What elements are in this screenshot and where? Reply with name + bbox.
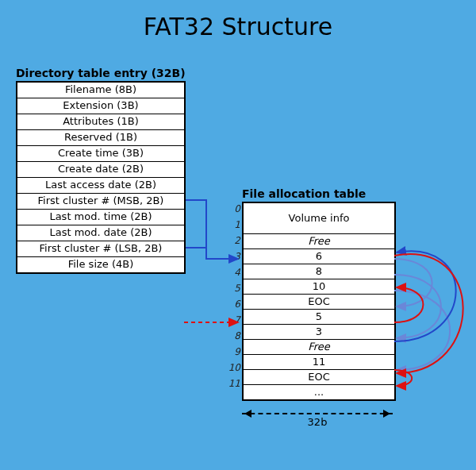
dir-field: Last mod. time (2B): [17, 209, 184, 225]
fat-index: 1: [228, 219, 240, 230]
fat-row: 8: [244, 264, 394, 279]
dir-field: Last mod. date (2B): [17, 225, 184, 241]
fat-heading: File allocation table: [223, 187, 393, 200]
arrow-red-10-11: [394, 370, 412, 386]
fat-row: EOC: [244, 369, 394, 384]
dir-field: File size (4B): [17, 256, 184, 272]
fat-row: Free: [244, 233, 394, 248]
fat-row: EOC: [244, 294, 394, 309]
dir-field: Attributes (1B): [17, 114, 184, 129]
fat-index: 11: [228, 378, 240, 389]
arrow-blue-5-10: [394, 291, 450, 370]
fat-row: 10: [244, 279, 394, 294]
dir-field-first-cluster-lsb: First cluster # (LSB, 2B): [17, 241, 184, 256]
fat-index: 5: [228, 283, 240, 294]
fat-row-volume-info: Volume info: [244, 203, 394, 233]
fat-row: 11: [244, 354, 394, 369]
fat-width-indicator: 32b: [242, 413, 393, 428]
fat-width-label: 32b: [242, 416, 393, 428]
fat-index: 0: [228, 203, 240, 214]
arrow-red-7-5: [394, 287, 423, 322]
fat-index: 3: [228, 251, 240, 262]
dir-field: Create time (3B): [17, 145, 184, 161]
fat-index: 9: [228, 346, 240, 357]
dir-field: Extension (3B): [17, 98, 184, 114]
fat-index: 7: [228, 314, 240, 326]
fat-index: 2: [228, 235, 240, 246]
fat-row: 3: [244, 324, 394, 339]
arrow-blue-8-3: [394, 251, 456, 341]
directory-table: Directory table entry (32B) Filename (8B…: [16, 67, 186, 274]
dir-field-first-cluster-msb: First cluster # (MSB, 2B): [17, 193, 184, 209]
fat-row: 6: [244, 248, 394, 264]
directory-fields: Filename (8B) Extension (3B) Attributes …: [16, 81, 186, 274]
fat-table: File allocation table 0 1 2 3 4 5 6 7 8 …: [223, 187, 393, 401]
dir-field: Filename (8B): [17, 83, 184, 98]
fat-index: 10: [228, 362, 240, 373]
fat-row-more: ...: [244, 384, 394, 399]
fat-index: 4: [228, 267, 240, 278]
fat-entries: Volume info Free 6 8 10 EOC 5 3 Free 11 …: [242, 202, 396, 401]
dir-field: Create date (2B): [17, 161, 184, 177]
arrow-blue-4-8: [394, 275, 441, 338]
arrow-blue-3-6: [394, 259, 432, 306]
fat-index: 8: [228, 330, 240, 341]
fat-row: 5: [244, 309, 394, 324]
fat-index: 6: [228, 299, 240, 310]
arrow-red-3-10: [394, 254, 463, 373]
width-arrow-icon: [242, 413, 393, 414]
dir-field: Reserved (1B): [17, 129, 184, 145]
directory-heading: Directory table entry (32B): [16, 67, 186, 79]
page-title: FAT32 Structure: [0, 13, 476, 40]
fat-row: Free: [244, 339, 394, 354]
dir-field: Last access date (2B): [17, 177, 184, 193]
